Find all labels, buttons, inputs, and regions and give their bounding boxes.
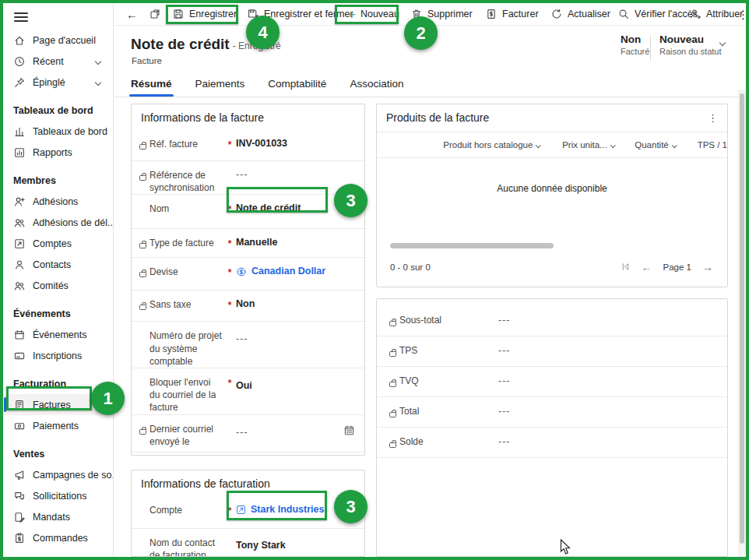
people-group-icon [13,280,26,292]
more-commands-button[interactable]: ⋮ [734,3,749,25]
field-value[interactable]: --- [236,322,357,344]
total-label: Total [399,397,498,417]
field-value[interactable]: --- [236,415,357,438]
sidebar-item-campaigns[interactable]: Campagnes de so... [3,464,113,485]
sidebar-item-registrations[interactable]: Inscriptions [3,345,113,366]
required-asterisk [223,291,236,312]
invoice-dollar-icon [485,8,498,20]
main-scrollbar[interactable] [740,93,744,544]
delete-button[interactable]: Supprimer [407,3,476,25]
lock-icon [389,412,396,417]
sidebar-item-pinned[interactable]: Épinglé [3,72,113,93]
required-asterisk [223,161,236,168]
field-value[interactable]: INV-001033 [236,130,357,149]
sidebar-item-payments[interactable]: Paiements [3,415,113,436]
column-prix-unitaire[interactable]: Prix unita... [562,140,635,150]
total-value[interactable]: --- [498,306,511,326]
grid-empty-message: Aucune donnée disponible [377,183,727,194]
field-value[interactable]: Oui [236,368,357,391]
field-value-account-link[interactable]: Stark Industries [236,496,357,517]
back-button[interactable]: ← [123,3,141,25]
grid-footer: 0 - 0 sur 0 ← Page 1 → [377,254,727,280]
sidebar-item-committees[interactable]: Comités [3,275,113,296]
required-asterisk [223,195,236,216]
sidebar-item-reports[interactable]: Rapports [3,142,113,163]
command-bar: ← Enregistrer Enregistrer et fermer + No… [114,3,746,26]
sidebar-item-orders[interactable]: Commandes [3,527,113,548]
sidebar-item-events[interactable]: Événements [3,324,113,345]
tab-association[interactable]: Association [350,78,403,97]
sidebar-item-solicitations[interactable]: Sollicitations [3,485,113,506]
person-assign-icon [689,8,702,20]
field-label: Sans taxe [149,291,223,311]
page-title: Note de crédit- Enregistré [131,36,281,53]
sidebar-group-sales: Ventes [3,436,113,464]
grid-more-icon[interactable]: ⋮ [708,112,718,124]
save-and-close-button[interactable]: Enregistrer et fermer [244,3,357,25]
menu-icon[interactable] [14,12,28,22]
field-label: Numéro de projet du système comptable [149,322,223,368]
field-label: Devise [149,258,223,278]
total-value[interactable]: --- [498,367,511,386]
column-quantite[interactable]: Quantité [635,140,697,150]
invoice-button[interactable]: Facturer [482,3,542,25]
field-value[interactable]: --- [236,161,357,180]
total-row-tps: TPS --- [377,336,727,367]
new-button[interactable]: + Nouveau [345,3,403,25]
status-value: Non [621,33,649,45]
field-row-devise: Devise Canadian Dollar [132,258,364,291]
total-value[interactable]: --- [498,428,511,447]
ellipsis-icon: ⋮ [737,9,749,20]
field-value[interactable]: Note de crédit [236,195,357,213]
total-label: TPS [399,336,498,356]
next-page-icon[interactable]: → [702,261,713,273]
tab-paiements[interactable]: Paiements [195,78,245,97]
field-value[interactable]: Manuelle [236,229,357,248]
sidebar-item-recent[interactable]: Récent [3,51,113,72]
section-title: Informations de la facture [132,104,364,130]
required-asterisk [223,453,236,456]
column-tps[interactable]: TPS / 1 [698,140,727,150]
grid-column-headers: Produit hors catalogue Prix unita... Qua… [377,132,727,158]
refresh-button[interactable]: Actualiser [547,3,614,25]
sidebar-item-mandates[interactable]: Mandats [3,506,113,527]
total-value[interactable]: --- [498,336,511,356]
prev-page-icon[interactable]: ← [642,261,652,273]
field-row-nom: Nom Note de crédit [132,195,364,229]
calendar-icon[interactable] [343,424,355,439]
field-value[interactable]: Tony Stark [236,529,357,551]
record-range: 0 - 0 sur 0 [390,262,431,272]
field-value[interactable]: --- [236,453,357,456]
tab-resume[interactable]: Résumé [131,78,172,97]
field-row-compte: Compte Stark Industries [132,496,364,529]
sidebar-item-accounts[interactable]: Comptes [3,233,113,254]
field-row-sync-ref: Référence de synchronisation --- [132,161,364,195]
sidebar-item-memberships[interactable]: Adhésions [3,191,113,212]
first-page-icon[interactable] [621,262,631,273]
sidebar-item-contacts[interactable]: Contacts [3,254,113,275]
lock-icon [139,305,146,310]
total-value[interactable]: --- [498,397,511,417]
calendar-icon [13,329,26,341]
save-button[interactable]: Enregistrer [169,3,240,25]
sidebar-item-home[interactable]: Page d'accueil [3,30,113,51]
bill-icon [13,420,26,432]
field-label: Compte [149,496,223,516]
grid-horizontal-scrollbar[interactable] [390,243,554,248]
currency-icon [236,266,247,280]
total-row-sous-total: Sous-total --- [377,306,727,336]
open-in-new-window-button[interactable] [146,3,164,25]
sidebar-item-invoices[interactable]: Factures [3,394,113,415]
field-value[interactable]: Non [236,291,357,309]
sidebar-item-dashboards[interactable]: Tableaux de bord [3,121,113,142]
tab-comptabilite[interactable]: Comptabilité [268,78,326,97]
people-gear-icon [13,217,26,229]
field-value-currency-link[interactable]: Canadian Dollar [236,258,357,280]
chevron-down-icon [610,143,615,147]
person-icon [13,259,26,271]
required-asterisk [223,258,236,279]
page-indicator: Page 1 [663,262,691,272]
sidebar-item-delegate-memberships[interactable]: Adhésions de dél... [3,212,113,233]
field-row-contact-facturation: Nom du contact de facturation Tony Stark [132,529,364,557]
column-produit[interactable]: Produit hors catalogue [443,140,562,150]
